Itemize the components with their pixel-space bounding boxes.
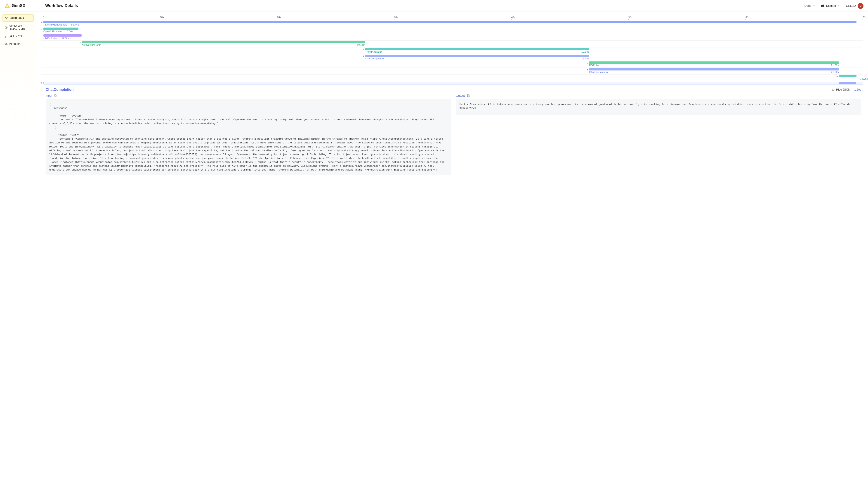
svg-rect-7: [55, 95, 57, 97]
span-duration: 21.32s: [831, 71, 839, 73]
span-name: ChatCompletion: [589, 71, 608, 73]
page-title: Workflow Details: [45, 3, 78, 8]
time-tick: 20s: [277, 16, 281, 19]
span-row-hncollector[interactable]: HNCollector3.27s: [41, 34, 863, 41]
external-link-icon: [812, 5, 815, 7]
span-name: PGTweetWriter: [858, 77, 868, 80]
span-bar[interactable]: [365, 55, 589, 57]
app-header: GenSX Workflow Details Docs Discord GENS…: [0, 0, 868, 12]
chevron-down-icon[interactable]: [40, 21, 43, 24]
chevron-right-icon[interactable]: [586, 68, 589, 71]
sidebar: WORKFLOWSWORKFLOW EXECUTIONSAPI KEYSMEMB…: [0, 12, 36, 489]
logo-text: GenSX: [12, 3, 26, 8]
content: 0s10s20s30s40s50s60s70s HNAnalyzerExampl…: [36, 12, 868, 489]
time-tick: 30s: [394, 16, 398, 19]
chevron-down-icon[interactable]: [836, 75, 839, 78]
svg-point-6: [6, 43, 7, 44]
span-row-trendanalyzer[interactable]: TrendAnalyzer19.14s: [41, 47, 863, 54]
sidebar-item-label: MEMBERS: [9, 43, 21, 45]
span-bar[interactable]: [589, 61, 839, 64]
span-row-analyzehnposts[interactable]: AnalyzeHNPosts24.20s: [41, 41, 863, 47]
span-duration: 21.32s: [831, 64, 839, 67]
copy-icon[interactable]: [54, 94, 57, 97]
span-bar[interactable]: [365, 48, 589, 50]
span-name: ChatCompletion: [365, 57, 383, 60]
chevron-right-icon[interactable]: [40, 82, 43, 85]
span-details-panel: ChatCompletion Hide JSON 1.50s Input: [41, 88, 863, 175]
span-duration: 19.14s: [581, 51, 589, 53]
span-row-pgeditor[interactable]: PGEditor21.32s: [41, 61, 863, 68]
time-tick: 10s: [160, 16, 164, 19]
span-bar[interactable]: [43, 21, 857, 23]
svg-point-0: [5, 17, 6, 18]
span-bar[interactable]: [43, 28, 79, 30]
sidebar-item-workflows[interactable]: WORKFLOWS: [2, 14, 34, 22]
time-tick: 50s: [628, 16, 632, 19]
chevron-down-icon[interactable]: [40, 28, 43, 31]
details-title: ChatCompletion: [46, 88, 74, 92]
external-link-icon: [837, 5, 839, 7]
org-label: GENSX: [846, 4, 856, 7]
time-tick: 40s: [511, 16, 515, 19]
span-bar[interactable]: [43, 34, 82, 37]
org-switcher[interactable]: GENSX D: [846, 3, 864, 9]
svg-point-5: [5, 43, 6, 44]
sidebar-item-label: API KEYS: [9, 35, 22, 38]
logo[interactable]: GenSX: [4, 3, 41, 8]
span-name: HNCollector: [43, 37, 57, 39]
span-name: OpenAIProvider: [43, 30, 62, 33]
span-duration: 3.27s: [62, 37, 69, 39]
input-json[interactable]: { "messages": [ { "role": "system", "con…: [46, 99, 451, 175]
chevron-right-icon[interactable]: [79, 41, 82, 44]
chevron-down-icon[interactable]: [362, 48, 365, 51]
logo-icon: [4, 3, 10, 8]
span-duration: 24.20s: [357, 43, 365, 46]
svg-rect-8: [55, 94, 56, 96]
span-row-hnanalyzerexample[interactable]: HNAnalyzerExample69.44s: [41, 20, 863, 27]
span-row-chatcompletion[interactable]: ChatCompletion19.14s: [41, 54, 863, 61]
discord-link[interactable]: Discord: [821, 4, 839, 7]
avatar[interactable]: D: [858, 3, 864, 9]
docs-label: Docs: [804, 4, 811, 7]
span-row-selected[interactable]: [43, 82, 863, 85]
svg-rect-10: [467, 94, 469, 96]
svg-rect-9: [467, 95, 469, 97]
sidebar-item-members[interactable]: MEMBERS: [2, 41, 34, 47]
span-bar[interactable]: [589, 68, 839, 70]
sidebar-item-api-keys[interactable]: API KEYS: [2, 33, 34, 40]
span-row-chatcompletion[interactable]: ChatCompletion21.32s: [41, 68, 863, 74]
input-label: Input: [46, 94, 52, 97]
copy-icon[interactable]: [467, 94, 470, 97]
sidebar-item-workflow-executions[interactable]: WORKFLOW EXECUTIONS: [2, 23, 34, 32]
span-bar[interactable]: [839, 75, 857, 77]
span-row-openaiprovider[interactable]: OpenAIProvider0.00s: [41, 27, 863, 34]
svg-point-2: [6, 19, 7, 19]
span-bar[interactable]: [82, 41, 365, 43]
header-links: Docs Discord GENSX D: [804, 3, 864, 9]
chevron-right-icon[interactable]: [362, 55, 365, 58]
chevron-down-icon[interactable]: [586, 61, 589, 65]
span-duration: 19.14s: [581, 57, 589, 60]
output-json[interactable]: Hacker News vibes: AI is both a superpow…: [456, 99, 861, 115]
svg-point-4: [5, 36, 6, 37]
discord-icon: [821, 4, 825, 7]
svg-point-1: [7, 17, 7, 18]
span-name: AnalyzeHNPosts: [82, 43, 101, 46]
span-name: TrendAnalyzer: [365, 51, 382, 53]
span-bar[interactable]: [839, 82, 856, 84]
output-column: Output Hacker News vibes: AI is both a s…: [456, 94, 861, 175]
time-tick: 0s: [43, 16, 45, 19]
span-name: HNAnalyzerExample: [43, 23, 67, 26]
hide-json-toggle[interactable]: Hide JSON: [831, 88, 850, 92]
span-duration: 0.00s: [67, 30, 73, 33]
time-tick: 60s: [745, 16, 749, 19]
details-duration: 1.50s: [854, 88, 861, 91]
input-column: Input { "messages": [ { "role": "system"…: [46, 94, 451, 175]
docs-link[interactable]: Docs: [804, 4, 815, 7]
time-axis: 0s10s20s30s40s50s60s70s: [43, 16, 863, 20]
sidebar-item-label: WORKFLOWS: [10, 17, 24, 20]
time-tick: 70s: [863, 16, 866, 19]
span-row-pgtweetwriter[interactable]: PGTweetWriter1.50s: [41, 74, 863, 81]
span-duration: 69.44s: [71, 23, 79, 26]
sidebar-item-label: WORKFLOW EXECUTIONS: [9, 24, 31, 30]
